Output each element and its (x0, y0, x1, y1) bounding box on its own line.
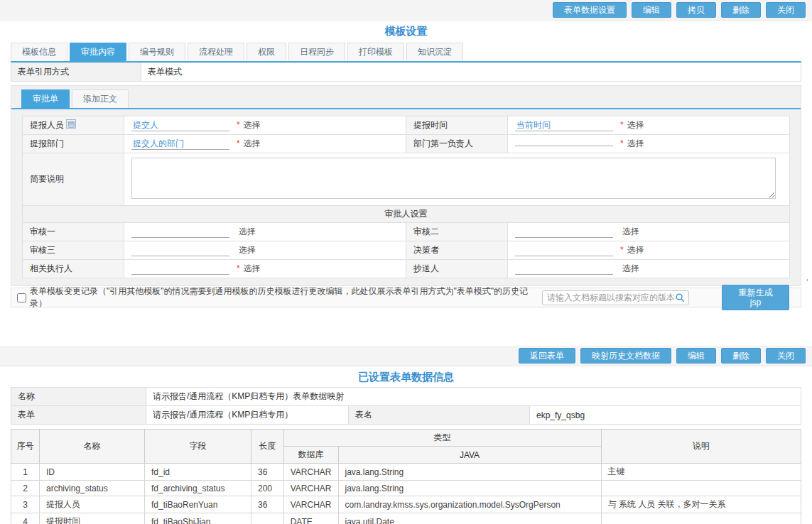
brief-desc-textarea[interactable] (131, 158, 776, 199)
table-row: 审核三 选择 决策者 *选择 (23, 241, 790, 260)
reviewer3-label: 审核三 (23, 241, 124, 260)
cell-length: 200 (251, 481, 284, 496)
delete-button[interactable]: 删除 (721, 348, 761, 364)
reviewer2-select-link[interactable]: 选择 (622, 226, 639, 236)
reviewer1-value-field[interactable] (131, 226, 229, 238)
cell-length: 36 (251, 464, 284, 481)
form-reference-row: 表单引用方式 表单模式 (11, 62, 801, 82)
edit-button[interactable]: 编辑 (676, 348, 716, 364)
cell-field: fd_archiving_status (145, 481, 251, 496)
close-button[interactable]: 关闭 (766, 2, 806, 18)
table-row: 提报人员▤ 提交人*选择 提报时间 当前时间*选择 (23, 116, 790, 135)
tab-permissions[interactable]: 权限 (247, 43, 286, 61)
required-marker: * (620, 245, 624, 255)
dept-head-value-field[interactable] (515, 145, 613, 146)
required-marker: * (620, 138, 624, 148)
submitter-field: 提交人*选择 (124, 116, 406, 135)
form-data-settings-button[interactable]: 表单数据设置 (553, 2, 627, 18)
cell-desc (601, 481, 801, 496)
col-header-length: 长度 (251, 430, 284, 464)
submit-time-value-link[interactable]: 当前时间 (515, 120, 613, 131)
subtab-approval-form[interactable]: 审批单 (21, 89, 70, 108)
table-row: 表单 请示报告/通用流程（KMP归档专用） 表名 ekp_fy_qsbg (11, 406, 801, 425)
dept-head-label: 部门第一负责人 (406, 135, 508, 153)
cc-person-label: 抄送人 (406, 260, 508, 278)
return-form-button[interactable]: 返回表单 (519, 348, 575, 364)
tab-process-handling[interactable]: 流程处理 (188, 43, 244, 61)
tab-numbering-rules[interactable]: 编号规则 (129, 43, 185, 61)
tab-template-info[interactable]: 模板信息 (11, 43, 67, 61)
approval-subtabs: 审批单 添加正文 (11, 86, 801, 109)
reviewer3-select-link[interactable]: 选择 (239, 245, 256, 255)
reviewer2-field: 选择 (508, 223, 790, 241)
cell-name: ID (40, 464, 145, 481)
tab-knowledge-deposit[interactable]: 知识沉淀 (406, 43, 463, 61)
submitter-value-link[interactable]: 提交人 (131, 120, 229, 131)
template-settings-tabs: 模板信息 审批内容 编号规则 流程处理 权限 日程同步 打印模板 知识沉淀 (11, 43, 801, 62)
field-mapping-table-header: 序号 名称 字段 长度 类型 说明 数据库 JAVA (11, 430, 801, 464)
required-marker: * (237, 120, 240, 130)
required-marker: * (237, 138, 240, 148)
form-data-info-summary: 名称 请示报告/通用流程（KMP归档专用）表单数据映射 表单 请示报告/通用流程… (11, 387, 801, 425)
reviewer3-value-field[interactable] (131, 245, 229, 256)
form-data-info-title: 已设置表单数据信息 (0, 366, 812, 387)
cell-length: 36 (251, 496, 284, 513)
required-marker: * (237, 263, 240, 273)
cell-java-type: java.lang.String (338, 481, 601, 496)
cc-person-value-field[interactable] (515, 263, 613, 275)
cell-db-type: DATE (283, 513, 338, 524)
reviewer1-select-link[interactable]: 选择 (239, 226, 256, 236)
form-reference-label: 表单引用方式 (11, 63, 141, 82)
version-search-input[interactable] (543, 292, 675, 304)
decision-maker-select-link[interactable]: 选择 (627, 245, 644, 255)
template-change-record-checkbox[interactable] (17, 293, 26, 302)
approval-form-table: 提报人员▤ 提交人*选择 提报时间 当前时间*选择 提报部门 提交人的部门*选择… (22, 116, 790, 278)
submit-time-select-link[interactable]: 选择 (627, 120, 644, 130)
stray-dot: . (806, 273, 808, 283)
reviewer2-value-field[interactable] (515, 226, 613, 238)
related-executor-value-field[interactable] (131, 263, 229, 275)
submitter-label-text: 提报人员 (30, 120, 64, 130)
tab-schedule-sync[interactable]: 日程同步 (288, 43, 345, 61)
col-header-name: 名称 (40, 430, 145, 464)
page-title: 模板设置 (0, 21, 812, 41)
edit-button[interactable]: 编辑 (632, 2, 671, 18)
col-header-type: 类型 (283, 430, 601, 447)
cell-seq: 1 (11, 464, 40, 481)
submitter-select-link[interactable]: 选择 (244, 120, 261, 130)
submit-dept-select-link[interactable]: 选择 (244, 138, 261, 148)
template-settings-toolbar: 表单数据设置 编辑 拷贝 删除 关闭 (0, 0, 812, 21)
table-name-value: ekp_fy_qsbg (530, 406, 801, 425)
dept-head-select-link[interactable]: 选择 (627, 138, 644, 148)
submit-time-field: 当前时间*选择 (508, 116, 790, 135)
regenerate-jsp-button[interactable]: 重新生成jsp (722, 285, 789, 310)
table-row: 简要说明 (23, 153, 790, 206)
related-executor-field: *选择 (124, 260, 406, 278)
decision-maker-value-field[interactable] (515, 245, 613, 256)
approval-form-panel: 审批单 添加正文 提报人员▤ 提交人*选择 提报时间 当前时间*选择 提报部门 … (11, 85, 801, 286)
reviewer1-label: 审核一 (23, 223, 124, 241)
cc-person-select-link[interactable]: 选择 (622, 263, 639, 273)
element-config-icon[interactable]: ▤ (66, 119, 76, 129)
delete-button[interactable]: 删除 (721, 2, 761, 18)
approver-section-header: 审批人设置 (23, 206, 790, 223)
cell-length (251, 513, 284, 524)
tab-print-template[interactable]: 打印模板 (347, 43, 404, 61)
copy-button[interactable]: 拷贝 (676, 2, 716, 18)
related-executor-select-link[interactable]: 选择 (244, 263, 261, 273)
cell-seq: 3 (11, 496, 40, 513)
required-marker: * (620, 120, 624, 130)
close-button[interactable]: 关闭 (766, 348, 806, 364)
submit-dept-value-link[interactable]: 提交人的部门 (131, 138, 229, 150)
subtab-add-body[interactable]: 添加正文 (72, 89, 129, 108)
brief-desc-label: 简要说明 (23, 153, 124, 206)
table-row: 1 ID fd_id 36 VARCHAR java.lang.String 主… (11, 464, 801, 481)
map-history-data-button[interactable]: 映射历史文档数据 (580, 348, 671, 364)
mapping-name-value: 请示报告/通用流程（KMP归档专用）表单数据映射 (146, 388, 801, 406)
search-icon[interactable] (675, 293, 686, 303)
tab-approval-content[interactable]: 审批内容 (70, 43, 126, 61)
table-row: 4 提报时间 fd_tiBaoShiJian DATE java.util.Da… (11, 513, 801, 524)
cell-java-type: java.util.Date (338, 513, 601, 524)
col-header-seq: 序号 (11, 430, 40, 464)
cell-desc (601, 513, 801, 524)
